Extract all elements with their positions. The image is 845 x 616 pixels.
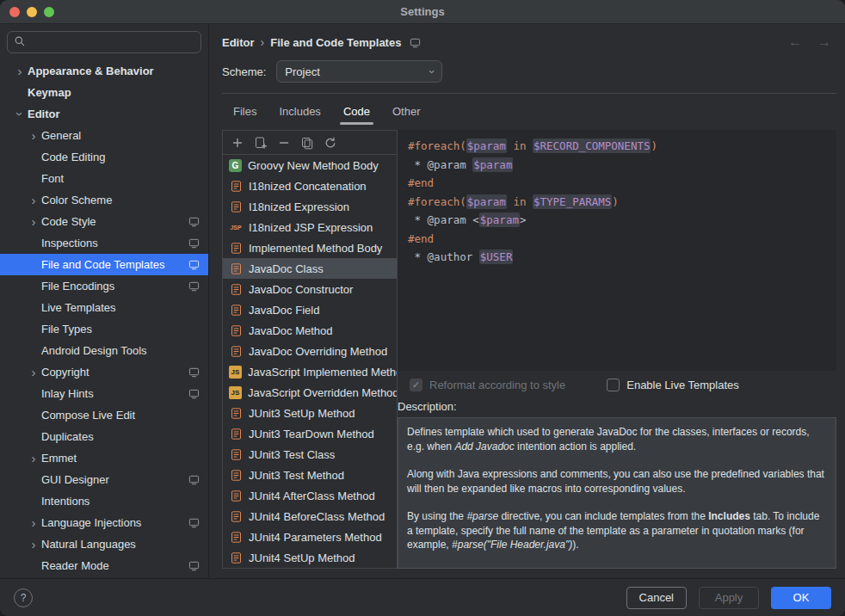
sidebar-item-general[interactable]: ›General <box>0 125 208 146</box>
sidebar-item-keymap[interactable]: Keymap <box>0 82 208 103</box>
template-item-junit4-afterclass-method[interactable]: JUnit4 AfterClass Method <box>223 485 397 506</box>
sidebar-item-label: Emmet <box>41 452 77 465</box>
template-item-label: JavaDoc Overriding Method <box>249 345 387 358</box>
sidebar-item-gui-designer[interactable]: GUI Designer <box>0 469 208 490</box>
template-item-i18nized-concatenation[interactable]: I18nized Concatenation <box>223 176 397 196</box>
chevron-down-icon: › <box>427 70 438 73</box>
template-item-javadoc-overriding-method[interactable]: JavaDoc Overriding Method <box>223 341 397 361</box>
sidebar-item-label: Natural Languages <box>41 538 136 551</box>
close-button[interactable] <box>9 7 20 17</box>
template-item-javadoc-constructor[interactable]: JavaDoc Constructor <box>223 279 397 299</box>
apply-button[interactable]: Apply <box>699 587 759 609</box>
sidebar-item-file-types[interactable]: File Types <box>0 318 208 340</box>
template-item-label: JavaScript Overridden Method Body <box>248 386 397 399</box>
sidebar-item-copyright[interactable]: ›Copyright <box>0 361 208 383</box>
sidebar-item-natural-languages[interactable]: ›Natural Languages <box>0 533 208 555</box>
tab-includes[interactable]: Includes <box>268 97 331 125</box>
breadcrumb: Editor › File and Code Templates <box>222 35 421 49</box>
sidebar-item-duplicates[interactable]: Duplicates <box>0 426 208 447</box>
add-template-button[interactable] <box>230 135 245 151</box>
monitor-icon <box>188 367 200 378</box>
zoom-button[interactable] <box>44 7 54 17</box>
chevron-down-icon[interactable]: › <box>14 107 27 122</box>
template-item-javascript-implemented-method-body[interactable]: JSJavaScript Implemented Method Body <box>223 361 397 382</box>
forward-button[interactable]: → <box>817 34 831 50</box>
template-item-javadoc-method[interactable]: JavaDoc Method <box>223 320 397 341</box>
template-item-label: JavaDoc Field <box>249 304 319 317</box>
code-line: #end <box>408 174 826 193</box>
template-list-toolbar <box>223 131 397 155</box>
remove-template-button[interactable] <box>276 135 292 151</box>
sidebar-item-emmet[interactable]: ›Emmet <box>0 447 208 469</box>
chevron-right-icon[interactable]: › <box>26 516 41 529</box>
enable-live-templates-checkbox[interactable] <box>607 379 620 391</box>
sidebar-item-file-encodings[interactable]: File Encodings <box>0 275 208 297</box>
header-row: Editor › File and Code Templates ← → <box>222 34 836 50</box>
settings-search-box[interactable] <box>7 31 201 53</box>
sidebar-item-language-injections[interactable]: ›Language Injections <box>0 512 208 533</box>
sidebar-item-label: Inspections <box>41 237 98 249</box>
template-item-i18nized-expression[interactable]: I18nized Expression <box>223 196 397 217</box>
chevron-right-icon[interactable]: › <box>26 194 41 206</box>
template-item-label: JavaDoc Constructor <box>249 283 353 296</box>
sidebar-item-code-editing[interactable]: Code Editing <box>0 146 208 168</box>
chevron-right-icon[interactable]: › <box>26 452 41 465</box>
template-item-junit3-setup-method[interactable]: JUnit3 SetUp Method <box>223 403 397 423</box>
sidebar-item-label: Duplicates <box>41 430 94 443</box>
code-line: * @author $USER <box>408 248 826 267</box>
template-item-i18nized-jsp-expression[interactable]: JSPI18nized JSP Expression <box>223 217 397 237</box>
back-button[interactable]: ← <box>788 34 802 50</box>
chevron-right-icon[interactable]: › <box>26 215 41 228</box>
sidebar-item-inlay-hints[interactable]: Inlay Hints <box>0 383 208 404</box>
chevron-right-icon[interactable]: › <box>26 366 41 379</box>
sidebar-item-font[interactable]: Font <box>0 168 208 189</box>
ok-button[interactable]: OK <box>771 587 831 609</box>
template-item-javadoc-class[interactable]: JavaDoc Class <box>223 258 397 279</box>
sidebar-item-compose-live-edit[interactable]: Compose Live Edit <box>0 404 208 426</box>
template-item-javascript-overridden-method-body[interactable]: JSJavaScript Overridden Method Body <box>223 382 397 403</box>
template-item-junit3-test-class[interactable]: JUnit3 Test Class <box>223 444 397 465</box>
template-item-junit4-setup-method[interactable]: JUnit4 SetUp Method <box>223 547 397 568</box>
reset-to-default-button[interactable] <box>323 135 338 151</box>
help-button[interactable]: ? <box>14 588 33 607</box>
description-box[interactable]: Defines template which used to generate … <box>398 417 836 569</box>
sidebar-item-appearance-behavior[interactable]: ›Appearance & Behavior <box>0 60 208 82</box>
monitor-icon <box>410 37 421 48</box>
minimize-button[interactable] <box>27 7 37 17</box>
sidebar-item-color-scheme[interactable]: ›Color Scheme <box>0 189 208 211</box>
template-item-junit4-parameters-method[interactable]: JUnit4 Parameters Method <box>223 527 397 547</box>
add-child-template-button[interactable] <box>253 135 268 151</box>
cancel-button[interactable]: Cancel <box>626 587 687 609</box>
copy-template-button[interactable] <box>299 135 315 151</box>
template-item-groovy-new-method-body[interactable]: GGroovy New Method Body <box>223 155 397 176</box>
template-item-implemented-method-body[interactable]: Implemented Method Body <box>223 237 397 258</box>
template-item-junit3-test-method[interactable]: JUnit3 Test Method <box>223 465 397 485</box>
search-input[interactable] <box>30 36 194 49</box>
sidebar-item-live-templates[interactable]: Live Templates <box>0 297 208 318</box>
sidebar-item-editor[interactable]: ›Editor <box>0 103 208 125</box>
template-item-javadoc-field[interactable]: JavaDoc Field <box>223 299 397 320</box>
sidebar-item-label: Font <box>41 172 64 185</box>
monitor-icon <box>188 259 200 270</box>
tab-other[interactable]: Other <box>381 97 432 125</box>
sidebar-item-file-and-code-templates[interactable]: File and Code Templates <box>0 254 208 275</box>
template-code-editor[interactable]: #foreach($param in $RECORD_COMPONENTS) *… <box>398 130 836 371</box>
description-label: Description: <box>398 400 836 413</box>
template-item-label: JavaScript Implemented Method Body <box>248 366 397 379</box>
chevron-right-icon[interactable]: › <box>26 538 41 551</box>
template-item-junit3-teardown-method[interactable]: JUnit3 TearDown Method <box>223 423 397 444</box>
search-icon <box>14 35 26 50</box>
sidebar-item-android-design-tools[interactable]: Android Design Tools <box>0 340 208 361</box>
chevron-right-icon[interactable]: › <box>12 65 28 77</box>
chevron-right-icon[interactable]: › <box>26 129 41 142</box>
settings-window: Settings ›Appearance & BehaviorKeymap›Ed… <box>0 0 845 616</box>
sidebar-item-intentions[interactable]: Intentions <box>0 490 208 512</box>
tab-code[interactable]: Code <box>332 97 381 125</box>
sidebar-item-reader-mode[interactable]: Reader Mode <box>0 555 208 576</box>
scheme-dropdown[interactable]: Project › <box>276 60 442 83</box>
tab-files[interactable]: Files <box>222 97 268 125</box>
sidebar-item-inspections[interactable]: Inspections <box>0 232 208 254</box>
template-item-junit4-beforeclass-method[interactable]: JUnit4 BeforeClass Method <box>223 506 397 527</box>
sidebar-item-code-style[interactable]: ›Code Style <box>0 211 208 232</box>
reformat-checkbox[interactable]: ✓ <box>410 379 422 391</box>
